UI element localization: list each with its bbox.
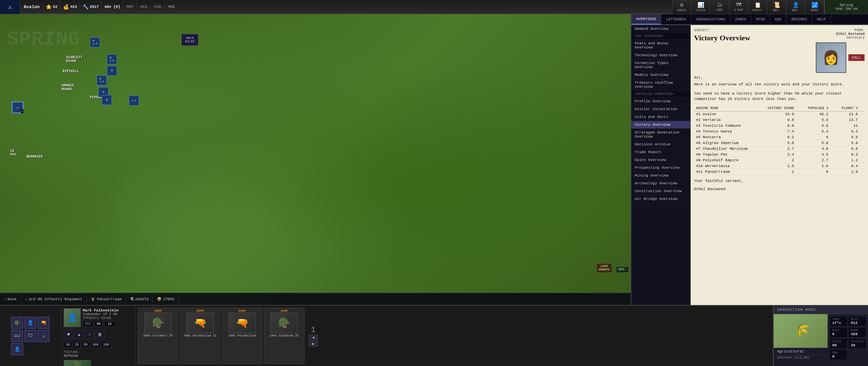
map-unit-friendly-1[interactable]: ⚔5 [12,102,23,113]
sidebar-item-formations[interactable]: Formation Types Overview [631,59,690,71]
scar-label: Scar [832,329,845,332]
sidebar-item-spies[interactable]: Spies Overview [631,156,690,164]
tab-letterbox[interactable]: LETTERBOX [661,14,691,24]
call-button[interactable]: CALL [848,54,865,61]
table-row: #9 Polyshelf Empire 2 2.7 1.2 [694,157,865,163]
unit-card-3[interactable]: 12XP 🪖 100x Soldaten IV [264,308,304,364]
nav-his[interactable]: HIS [137,0,151,14]
mechbiled-marker[interactable]: MECHBILED [181,34,198,46]
insp-stat-room: Room 428 [848,327,866,338]
star-icon[interactable]: ★ [74,330,84,339]
unit-small-6[interactable]: ⚔ [38,330,50,342]
unit-card-1[interactable]: 29XP 🔫 700x Parabellum II [180,308,220,364]
sidebar-item-treasury[interactable]: Treasury cashflow overview [631,79,690,91]
unit-small-2[interactable]: 👤 [24,317,36,329]
unit-small-4[interactable]: 11J [11,330,23,342]
cell-planet-1: 13.7 [835,117,865,123]
stat-prod: 🔧 2517 [80,0,102,14]
map-area[interactable]: SPRING MECHBILED SCARLETTRIVER RIPIHILL … [0,14,631,305]
commander-title: Commander of I MG Infantry Corps [83,312,133,320]
unit-small-3[interactable]: 🔫 [38,317,50,329]
map-unit-4[interactable]: M ✉ 5 [97,75,107,85]
table-row: #10 Wernersavia 1.5 2.6 0.4 [694,163,865,169]
sidebar-item-decision[interactable]: Decision Archive [631,141,690,148]
loam-indicator: LOAMGROWTH [596,263,612,273]
rep-indicator: REP. [616,266,629,273]
dec-icon: 📜 [773,2,780,8]
oob-button[interactable]: 🗂 OOB [710,0,729,14]
unit-card-0[interactable]: 30XP 🪖 900x Sturmers IV [138,308,178,364]
tab-overviews[interactable]: OVERVIEWS [631,14,661,24]
cell-rank-2: #3 Tosoliria Commune [694,123,760,128]
unit-card-0-name: 900x Sturmers IV [143,334,173,338]
cell-score-0: 33.9 [760,111,801,117]
cell-score-6: 2.7 [760,146,801,151]
sidebar-item-models[interactable]: Models Overview [631,71,690,79]
sidebar-item-keisler[interactable]: Keisler Corporation [631,105,690,113]
scar-val: 0 [832,332,845,336]
nav-map[interactable]: MAP [123,0,137,14]
cell-planet-6: 0.6 [835,146,865,151]
tab-regimes[interactable]: REGIMES [787,14,812,24]
unit-small-5[interactable]: 🛡 [24,330,36,342]
sidebar-item-construction[interactable]: Construction Overview [631,187,690,195]
stats-button[interactable]: 📊 STATS [691,0,710,14]
action-none[interactable]: ○ None [0,293,21,305]
action-assets[interactable]: 🏗 ASSETS [126,293,153,305]
cell-rank-3: #4 Totenio Hansa [694,128,760,134]
unit-small-1[interactable]: 🪖 [11,317,23,329]
table-row: #8 Togalan Pax 2.4 4.5 0.3 [694,151,865,157]
prev-page-button[interactable]: ◄ [309,334,318,340]
smap-button[interactable]: 🗺 S.MAP [729,0,748,14]
mini-button[interactable]: 🗾 MINI [805,0,824,14]
rep-button[interactable]: 👤 REP. [786,0,805,14]
map-unit-6[interactable]: M [102,95,112,105]
sidebar-item-demand[interactable]: Demand Overview [631,25,690,33]
letter-salutation: Sir, [694,76,865,80]
next-page-button[interactable]: ► [309,341,318,347]
tab-organisations[interactable]: ORGANISATIONS [691,14,730,24]
heart-icon[interactable]: ♥ [64,330,73,339]
cell-score-10: 1 [760,169,801,175]
sidebar-item-stratagem[interactable]: Stratagem Generation Overview [631,129,690,141]
sidebar-item-airbridge[interactable]: Air Bridge Overview [631,195,690,203]
tab-mths[interactable]: MTHs [751,14,770,24]
trash-icon[interactable]: 🗑 [95,330,105,339]
letter-signature: Ethel Eastwood [694,187,865,191]
action-faction[interactable]: 🦅 Panzerrraum [87,293,126,305]
sidebar-item-profile[interactable]: Profile Overview [631,98,690,105]
map-unit-1[interactable]: M ✉ 2 [90,37,100,47]
tab-bar: OVERVIEWS LETTERBOX ORGANISATIONS ZONES … [631,14,868,25]
action-unit[interactable]: ⚔ 3rd MG Infantry Regiment [21,293,87,305]
unit-card-2[interactable]: 23XP 🔫 100x Parabellum [222,308,262,364]
gold-icon: 💰 [63,4,69,10]
letter-closing: Your faithful servant, [694,178,865,184]
unit-icon: ⚔ [25,297,27,301]
sidebar-item-tech[interactable]: Technology Overview [631,52,690,59]
nav-vid[interactable]: VID [151,0,165,14]
map-unit-3[interactable]: M [107,66,117,76]
sidebar-item-prospecting[interactable]: Prospecting Overview [631,164,690,172]
dec-button[interactable]: 📜 DEC. [767,0,786,14]
action-items[interactable]: 📦 ITEMS [153,293,179,305]
tab-hqs[interactable]: HQs [770,14,787,24]
unit-small-7[interactable]: 👤 [11,343,23,355]
sidebar-item-mining[interactable]: Mining Overview [631,172,690,180]
table-header-planet: PLANET % [835,105,865,111]
sidebar-item-victory[interactable]: Victory Overview [631,121,690,129]
sidebar-item-trade[interactable]: Trade Report [631,148,690,156]
tab-help[interactable]: HELP [812,14,831,24]
letter-body1: Here is an overview of all the victory a… [694,82,865,87]
prefs-button[interactable]: ⚙ PREFS [672,0,691,14]
sidebar-item-cults[interactable]: Cults and Sects [631,113,690,121]
year-label: Year 204 AA [835,7,857,11]
sidebar-item-feats[interactable]: Feats and Bonus Overview [631,40,690,52]
arrows-icon[interactable]: ↕ [85,330,94,339]
map-unit-2[interactable]: M ✉ 4 [107,54,117,64]
map-unit-7[interactable]: ✉ 1 [129,96,139,106]
unit-cards: 30XP 🪖 900x Sturmers IV 29XP 🔫 700x Para… [136,306,773,366]
sidebar-item-archeology[interactable]: Archeology Overview [631,180,690,187]
tab-zones[interactable]: ZONES [730,14,751,24]
nav-mng[interactable]: MNG [165,0,179,14]
strat-button[interactable]: 📋 STRAT. [748,0,767,14]
